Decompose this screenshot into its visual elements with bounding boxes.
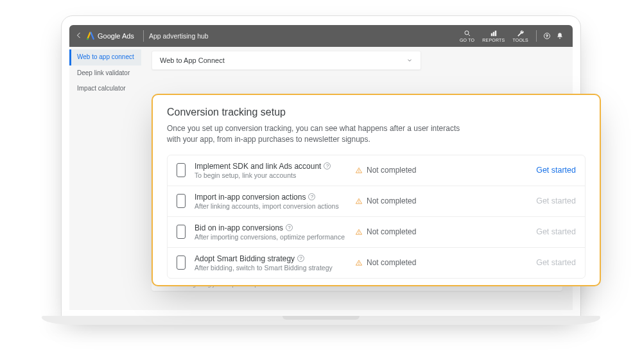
goto-tool[interactable]: GO TO <box>460 30 474 42</box>
brand-logo: Google Ads <box>86 31 134 40</box>
get-started-button: Get started <box>536 258 576 267</box>
goto-label: GO TO <box>460 38 474 42</box>
steps-list: Implement SDK and link Ads account? To b… <box>167 155 586 279</box>
back-button[interactable] <box>73 31 85 40</box>
step-title: Adopt Smart Bidding strategy <box>195 254 295 263</box>
warning-icon <box>355 167 363 174</box>
step-row: Implement SDK and link Ads account? To b… <box>168 155 585 186</box>
notifications-tool[interactable] <box>556 32 564 40</box>
svg-point-7 <box>559 38 560 39</box>
divider <box>143 30 144 42</box>
svg-rect-3 <box>493 32 494 36</box>
get-started-button[interactable]: Get started <box>536 166 576 175</box>
warning-icon <box>355 229 363 236</box>
section-dropdown[interactable]: Web to App Connect <box>152 51 421 70</box>
google-ads-icon <box>86 31 95 40</box>
step-title: Implement SDK and link Ads account <box>195 162 321 171</box>
svg-point-13 <box>359 233 360 234</box>
reports-tool[interactable]: REPORTS <box>482 30 505 42</box>
reports-label: REPORTS <box>482 38 505 42</box>
laptop-base <box>42 316 600 325</box>
help-tool[interactable]: ? <box>543 32 551 40</box>
svg-point-1 <box>465 31 469 35</box>
conversion-tracking-card: Conversion tracking setup Once you set u… <box>152 94 601 286</box>
phone-icon <box>177 225 186 239</box>
sidebar-item-impact-calculator[interactable]: Impact calculator <box>69 81 141 97</box>
svg-rect-4 <box>495 31 496 36</box>
help-icon[interactable]: ? <box>324 162 331 169</box>
search-icon <box>464 30 471 37</box>
sidebar: Web to app connect Deep link validator I… <box>69 47 141 310</box>
help-icon[interactable]: ? <box>286 224 293 231</box>
get-started-button: Get started <box>536 227 576 236</box>
step-title: Bid on in-app conversions <box>195 223 283 232</box>
sidebar-item-web-to-app[interactable]: Web to app connect <box>69 49 141 65</box>
dropdown-label: Web to App Connect <box>160 56 225 64</box>
tools-tool[interactable]: TOOLS <box>512 30 528 42</box>
step-status: Not completed <box>367 227 416 236</box>
help-icon: ? <box>543 32 551 40</box>
svg-point-0 <box>87 38 89 40</box>
svg-point-9 <box>359 171 360 172</box>
phone-icon <box>177 194 186 208</box>
bell-icon <box>556 32 564 40</box>
step-status: Not completed <box>367 258 416 267</box>
chevron-down-icon <box>406 57 413 64</box>
divider <box>536 30 537 42</box>
step-status: Not completed <box>367 166 416 175</box>
laptop-notch <box>282 316 360 320</box>
step-row: Adopt Smart Bidding strategy? After bidd… <box>168 247 585 278</box>
step-subtitle: After bidding, switch to Smart Bidding s… <box>195 264 355 272</box>
step-title: Import in-app conversion actions <box>195 193 306 202</box>
get-started-button: Get started <box>536 196 576 205</box>
card-description: Once you set up conversion tracking, you… <box>167 123 475 146</box>
arrow-left-icon <box>75 31 83 39</box>
step-subtitle: To begin setup, link your accounts <box>195 171 355 179</box>
svg-text:?: ? <box>546 34 548 38</box>
page-subtitle: App advertising hub <box>149 32 209 40</box>
tools-label: TOOLS <box>512 38 528 42</box>
step-row: Import in-app conversion actions? After … <box>168 186 585 216</box>
step-subtitle: After linking accounts, import conversio… <box>195 202 355 210</box>
svg-point-11 <box>359 202 360 203</box>
phone-icon <box>177 256 186 270</box>
sidebar-item-deep-link-validator[interactable]: Deep link validator <box>69 65 141 82</box>
help-icon[interactable]: ? <box>308 193 315 200</box>
warning-icon <box>355 259 363 266</box>
step-subtitle: After importing conversions, optimize pe… <box>195 233 355 241</box>
app-bar: Google Ads App advertising hub GO TO REP… <box>69 25 573 47</box>
wrench-icon <box>517 30 525 37</box>
step-status: Not completed <box>367 196 416 205</box>
phone-icon <box>177 163 186 177</box>
warning-icon <box>355 198 363 205</box>
step-row: Bid on in-app conversions? After importi… <box>168 216 585 247</box>
reports-icon <box>490 30 498 37</box>
help-icon[interactable]: ? <box>297 255 304 262</box>
svg-rect-2 <box>491 33 492 36</box>
svg-point-15 <box>359 264 360 264</box>
brand-name: Google Ads <box>98 32 134 40</box>
card-title: Conversion tracking setup <box>167 107 586 118</box>
